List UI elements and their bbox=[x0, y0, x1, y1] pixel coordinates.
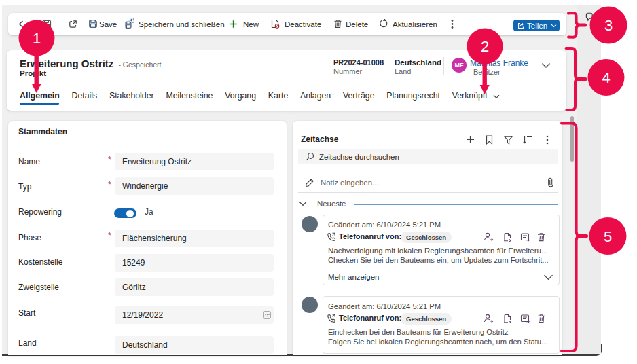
svg-text:5: 5 bbox=[604, 228, 612, 245]
svg-text:3: 3 bbox=[604, 17, 613, 34]
svg-text:2: 2 bbox=[481, 38, 489, 55]
svg-text:4: 4 bbox=[602, 69, 610, 86]
svg-text:1: 1 bbox=[33, 30, 41, 47]
